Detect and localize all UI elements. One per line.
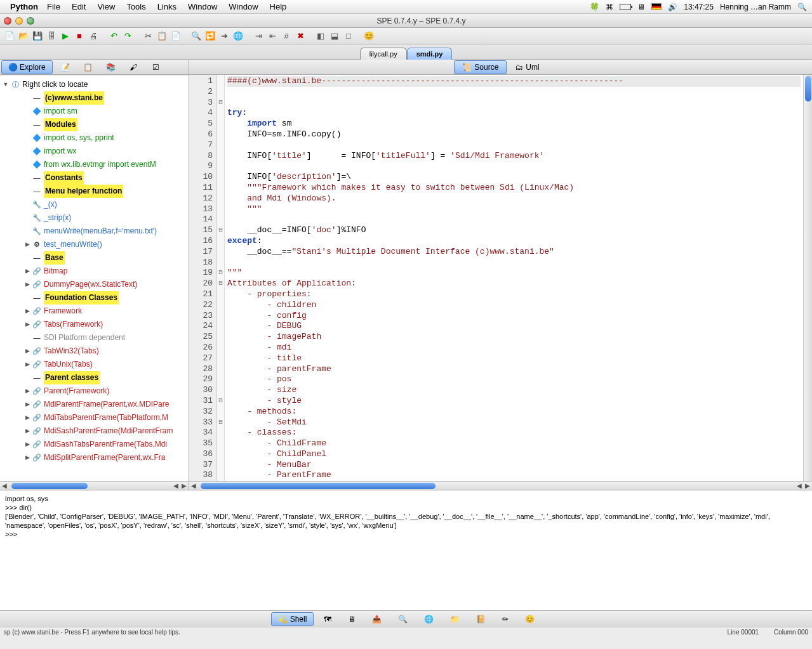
todo-tab-icon[interactable]: 📔 <box>470 613 492 626</box>
stop-icon[interactable]: ■ <box>74 30 85 42</box>
tree-item[interactable]: 🔷from wx.lib.evtmgr import eventM <box>1 158 187 171</box>
menu-window-1[interactable]: Window <box>188 2 217 11</box>
user-name[interactable]: Henning …an Ramm <box>720 3 791 11</box>
copy-icon[interactable]: 📋 <box>156 30 168 42</box>
scroll-left-icon[interactable]: ◀ <box>190 482 197 490</box>
tree-item[interactable]: 🔧menuWrite(menuBar,f='menu.txt') <box>1 225 187 238</box>
code-editor[interactable]: 1 2 3 4 5 6 7 8 9 10 11 12 13 14 15 16 1… <box>189 75 812 481</box>
tree-item[interactable]: —Constants <box>1 171 187 185</box>
save-all-icon[interactable]: 🗄 <box>46 30 57 42</box>
unsplit-icon[interactable]: □ <box>343 30 354 42</box>
disclosure-triangle-icon[interactable]: ▶ <box>23 384 32 398</box>
console[interactable]: import os, sys>>> dir()['Blender', 'Chil… <box>0 490 812 610</box>
undo-icon[interactable]: ↶ <box>108 30 119 42</box>
source-tab[interactable]: 📜 Source <box>454 60 507 74</box>
uml-tab[interactable]: 🗂 Uml <box>508 61 547 74</box>
output-icon[interactable]: 📤 <box>366 613 388 626</box>
tree-item[interactable]: —Foundation Classes <box>1 291 187 305</box>
tree-item[interactable]: 🔷import wx <box>1 145 187 158</box>
tree-item[interactable]: —Menu helper function <box>1 185 187 198</box>
tree-item[interactable]: ▶⚙test_menuWrite() <box>1 238 187 251</box>
disclosure-triangle-icon[interactable]: ▶ <box>23 424 32 438</box>
paste-icon[interactable]: 📄 <box>170 30 182 42</box>
notes-tab-icon[interactable]: ✏ <box>496 613 515 626</box>
menu-links[interactable]: Links <box>157 2 176 11</box>
open-file-icon[interactable]: 📂 <box>18 30 29 42</box>
tree-item[interactable]: ▶🔗MdiParentFrame(Parent,wx.MDIPare <box>1 398 187 411</box>
disclosure-triangle-icon[interactable]: ▶ <box>23 438 32 451</box>
tree-item[interactable]: 🔧_(x) <box>1 198 187 211</box>
left-tb-check-icon[interactable]: ☑ <box>145 61 167 74</box>
tree-root[interactable]: ▼ ⓘ Right click to locate <box>1 78 187 91</box>
outline-tree[interactable]: ▼ ⓘ Right click to locate —(c)www.stani.… <box>0 75 189 481</box>
uncomment-icon[interactable]: ✖ <box>295 30 306 42</box>
volume-icon[interactable]: 🔊 <box>668 3 677 11</box>
scroll-right2-icon[interactable]: ▶ <box>804 482 811 490</box>
menu-tools[interactable]: Tools <box>126 2 145 11</box>
leaf-menu-icon[interactable]: 🍀 <box>590 3 599 11</box>
browser-tab-icon[interactable]: 🌐 <box>418 613 440 626</box>
disclosure-triangle-icon[interactable]: ▶ <box>23 318 32 331</box>
tree-item[interactable]: ▶🔗DummyPage(wx.StaticText) <box>1 278 187 291</box>
browse-icon[interactable]: 🌐 <box>232 30 244 42</box>
tree-item[interactable]: ▶🔗MdiSashParentFrame(MdiParentFram <box>1 424 187 438</box>
spotlight-icon[interactable]: 🔍 <box>797 3 807 11</box>
left-tb-todo-icon[interactable]: 📋 <box>77 61 98 74</box>
disclosure-triangle-icon[interactable]: ▶ <box>23 305 32 318</box>
help-icon[interactable]: 😊 <box>363 30 375 42</box>
goto-icon[interactable]: ➜ <box>218 30 230 42</box>
run-icon[interactable]: ▶ <box>60 30 71 42</box>
save-icon[interactable]: 💾 <box>32 30 43 42</box>
recent-tab-icon[interactable]: 📁 <box>444 613 466 626</box>
clock[interactable]: 13:47:25 <box>684 3 714 11</box>
file-tab-smdi[interactable]: smdi.py <box>407 48 453 60</box>
tree-item[interactable]: ▶🔗Tabs(Framework) <box>1 318 187 331</box>
disclosure-triangle-icon[interactable]: ▶ <box>23 265 32 278</box>
tree-item[interactable]: 🔷import os, sys, pprint <box>1 131 187 145</box>
disclosure-triangle-icon[interactable]: ▶ <box>23 344 32 358</box>
redo-icon[interactable]: ↷ <box>122 30 133 42</box>
disclosure-triangle-icon[interactable]: ▶ <box>23 278 32 291</box>
tree-item[interactable]: —Modules <box>1 118 187 131</box>
split-h-icon[interactable]: ◧ <box>315 30 326 42</box>
donate-tab-icon[interactable]: 😊 <box>519 613 541 626</box>
left-tb-browse-icon[interactable]: 🖌 <box>123 61 144 74</box>
tree-item[interactable]: ▶🔗Framework <box>1 305 187 318</box>
cut-icon[interactable]: ✂ <box>142 30 154 42</box>
menu-help[interactable]: Help <box>270 2 287 11</box>
tree-item[interactable]: ▶🔗TabUnix(Tabs) <box>1 358 187 371</box>
left-hscrollbar[interactable]: ◀ ◀ ▶ <box>0 481 189 490</box>
split-v-icon[interactable]: ⬓ <box>329 30 340 42</box>
left-tb-index-icon[interactable]: 📚 <box>100 61 121 74</box>
tree-item[interactable]: —Base <box>1 251 187 265</box>
tree-item[interactable]: ▶🔗MdiSplitParentFrame(Parent,wx.Fra <box>1 451 187 464</box>
tree-item[interactable]: 🔷import sm <box>1 105 187 118</box>
disclosure-triangle-icon[interactable]: ▶ <box>23 411 32 424</box>
shell-tab[interactable]: 💫 Shell <box>271 612 314 626</box>
dedent-icon[interactable]: ⇤ <box>267 30 278 42</box>
fold-column[interactable]: ⊟ ⊟ ⊟ ⊟ ⊟ ⊟ <box>217 75 225 481</box>
code-area[interactable]: ####(c)www.stani.be---------------------… <box>225 75 803 481</box>
scroll-right-icon[interactable]: ◀ <box>795 482 803 490</box>
scroll-right-icon[interactable]: ◀ <box>172 482 180 490</box>
menu-view[interactable]: View <box>97 2 115 11</box>
tree-item[interactable]: ▶🔗Parent(Framework) <box>1 384 187 398</box>
scroll-left-icon[interactable]: ◀ <box>1 482 8 490</box>
input-flag-icon[interactable] <box>651 3 662 10</box>
script-menu-icon[interactable]: ⌘ <box>606 3 613 11</box>
app-name[interactable]: Python <box>10 2 38 11</box>
tree-item[interactable]: ▶🔗MdiSashTabsParentFrame(Tabs,Mdi <box>1 438 187 451</box>
locals-icon[interactable]: 🗺 <box>317 613 338 626</box>
disclosure-triangle-icon[interactable]: ▶ <box>23 451 32 464</box>
new-file-icon[interactable]: 📄 <box>4 30 15 42</box>
tree-item[interactable]: 🔧_strip(x) <box>1 211 187 225</box>
tree-item[interactable]: —(c)www.stani.be <box>1 91 187 105</box>
disclosure-triangle-icon[interactable]: ▼ <box>1 78 10 91</box>
battery-icon[interactable] <box>620 4 631 10</box>
file-tab-lilycall[interactable]: lilycall.py <box>360 48 407 60</box>
find-tab-icon[interactable]: 🔍 <box>392 613 414 626</box>
menu-file[interactable]: File <box>47 2 60 11</box>
scroll-right2-icon[interactable]: ▶ <box>180 482 188 490</box>
print-icon[interactable]: 🖨 <box>88 30 99 42</box>
menu-edit[interactable]: Edit <box>72 2 86 11</box>
